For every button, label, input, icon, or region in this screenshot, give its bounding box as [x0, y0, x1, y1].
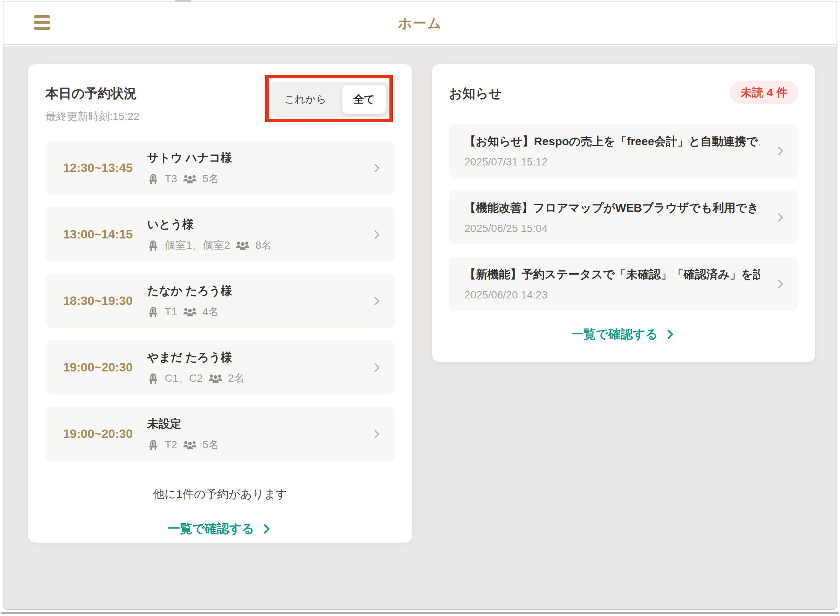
table-label: T3	[165, 173, 177, 185]
chevron-right-icon	[371, 295, 383, 307]
table-chair-icon	[147, 239, 159, 251]
reservation-row[interactable]: 18:30~19:30 たなか たろう様	[45, 274, 395, 328]
people-icon	[235, 240, 250, 251]
reservations-card: 本日の予約状況 最終更新時刻:15:22 これから 全て 12:30~13:45	[28, 64, 412, 543]
notification-item[interactable]: 【お知らせ】Respoの売上を「freee会計」と自動連携できるよ… 2025/…	[449, 124, 798, 178]
unread-count-badge: 未読 4 件	[730, 81, 798, 104]
notification-date: 2025/06/25 15:04	[464, 222, 760, 235]
notifications-view-list-link[interactable]: 一覧で確認する	[449, 326, 798, 343]
notifications-card: お知らせ 未読 4 件 【お知らせ】Respoの売上を「freee会計」と自動連…	[432, 64, 815, 362]
reservation-time: 12:30~13:45	[63, 161, 147, 175]
page-title: ホーム	[398, 14, 442, 33]
reservation-row[interactable]: 13:00~14:15 いとう様 個	[45, 207, 395, 262]
table-chair-icon	[147, 439, 159, 451]
table-label: T2	[165, 439, 177, 451]
table-label: 個室1、個室2	[165, 238, 230, 253]
reservations-view-list-link[interactable]: 一覧で確認する	[45, 520, 395, 537]
app-header: ホーム	[3, 2, 837, 45]
toggle-all[interactable]: 全て	[342, 85, 386, 114]
reservation-row[interactable]: 19:00~20:30 未設定 T2	[45, 407, 395, 461]
notifications-card-header: お知らせ 未読 4 件	[449, 79, 798, 104]
table-label: T1	[165, 306, 177, 318]
notification-title: 【お知らせ】Respoの売上を「freee会計」と自動連携できるよ…	[464, 134, 760, 149]
chevron-right-icon	[775, 212, 786, 223]
table-label: C1、C2	[165, 371, 203, 386]
table-chair-icon	[147, 173, 159, 185]
notification-item[interactable]: 【新機能】予約ステータスで「未確認」「確認済み」を設定できる… 2025/06/…	[449, 257, 798, 311]
people-icon	[183, 306, 197, 318]
chevron-right-icon	[775, 145, 786, 157]
guest-count: 8名	[255, 238, 272, 253]
guest-name: サトウ ハナコ様	[147, 150, 232, 166]
reservation-time: 18:30~19:30	[63, 294, 147, 308]
reservation-filter-toggle: これから 全て	[271, 82, 389, 117]
reservations-title: 本日の予約状況	[45, 85, 139, 102]
guest-name: やまだ たろう様	[147, 350, 245, 365]
guest-count: 5名	[203, 172, 219, 186]
people-icon	[183, 173, 197, 185]
reservations-card-header: 本日の予約状況 最終更新時刻:15:22 これから 全て	[45, 79, 395, 124]
chevron-right-icon	[775, 278, 786, 290]
hamburger-menu-icon[interactable]	[34, 15, 50, 32]
window-bottom-edge	[1, 612, 839, 614]
people-icon	[208, 373, 223, 384]
toggle-from-now[interactable]: これから	[271, 82, 340, 117]
notifications-title: お知らせ	[449, 85, 502, 102]
guest-name: たなか たろう様	[147, 283, 232, 299]
reservation-time: 19:00~20:30	[63, 360, 147, 374]
notification-item[interactable]: 【機能改善】フロアマップがWEBブラウザでも利用できるよう… 2025/06/2…	[449, 190, 798, 244]
chevron-right-icon	[665, 329, 676, 340]
reservation-row[interactable]: 19:00~20:30 やまだ たろう様	[45, 340, 395, 395]
table-chair-icon	[147, 306, 159, 318]
notification-date: 2025/07/31 15:12	[464, 156, 760, 168]
main-content: 本日の予約状況 最終更新時刻:15:22 これから 全て 12:30~13:45	[3, 46, 837, 609]
screen-top-notch	[175, 0, 191, 2]
notification-date: 2025/06/20 14:23	[464, 289, 760, 301]
notification-title: 【新機能】予約ステータスで「未確認」「確認済み」を設定できる…	[464, 267, 760, 282]
reservation-list: 12:30~13:45 サトウ ハナコ様	[45, 141, 395, 461]
guest-name: 未設定	[147, 416, 219, 432]
chevron-right-icon	[371, 162, 383, 174]
guest-count: 4名	[203, 305, 219, 319]
notification-title: 【機能改善】フロアマップがWEBブラウザでも利用できるよう…	[464, 200, 760, 216]
chevron-right-icon	[261, 523, 272, 535]
guest-name: いとう様	[147, 217, 272, 232]
people-icon	[183, 439, 197, 451]
notification-list: 【お知らせ】Respoの売上を「freee会計」と自動連携できるよ… 2025/…	[449, 124, 798, 311]
last-updated-time: 最終更新時刻:15:22	[45, 109, 139, 124]
chevron-right-icon	[371, 229, 383, 240]
table-chair-icon	[147, 372, 159, 384]
more-reservations-text: 他に1件の予約があります	[45, 486, 395, 502]
guest-count: 5名	[203, 438, 219, 452]
reservation-row[interactable]: 12:30~13:45 サトウ ハナコ様	[45, 141, 395, 195]
reservation-time: 19:00~20:30	[63, 427, 147, 441]
app-window: ホーム 本日の予約状況 最終更新時刻:15:22 これから 全て	[3, 2, 837, 610]
chevron-right-icon	[371, 428, 383, 440]
reservation-time: 13:00~14:15	[63, 227, 147, 242]
guest-count: 2名	[228, 371, 245, 386]
chevron-right-icon	[371, 362, 383, 373]
